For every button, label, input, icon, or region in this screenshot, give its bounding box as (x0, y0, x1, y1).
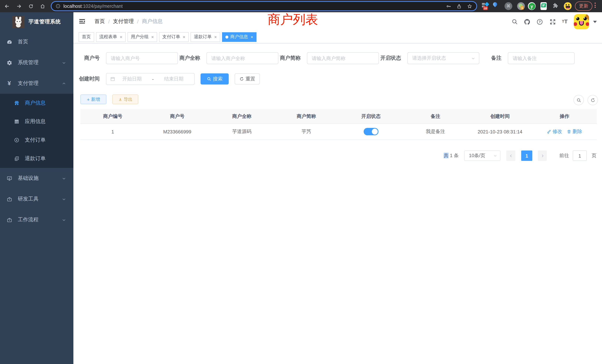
extension-tasks-icon[interactable]: 10 (482, 2, 490, 10)
browser-update-button[interactable]: 更新 (575, 1, 592, 11)
extension-command-icon[interactable]: ⌘ (505, 2, 512, 10)
user-avatar[interactable] (574, 14, 589, 29)
extension-proxy-icon[interactable]: 1 (517, 2, 525, 10)
chevron-down-icon (62, 176, 66, 180)
share-icon[interactable] (457, 3, 462, 9)
sidebar-item-refund-order[interactable]: 退款订单 (0, 149, 73, 168)
avatar-caret-icon[interactable] (593, 21, 597, 23)
sidebar-item-merchant-info[interactable]: 商户信息 (0, 94, 73, 112)
add-button[interactable]: + 新增 (80, 95, 106, 104)
tag-user-group[interactable]: 用户分组× (128, 32, 157, 42)
extension-emoji-avatar[interactable] (564, 2, 572, 10)
app-logo-row[interactable]: 芋道管理系统 (0, 12, 73, 32)
search-button[interactable]: 搜索 (201, 73, 229, 85)
site-info-icon[interactable] (56, 4, 60, 9)
status-select[interactable]: 请选择开启状态 (407, 52, 479, 64)
chevron-left-icon (509, 154, 513, 158)
remark-input[interactable] (508, 52, 575, 64)
password-key-icon[interactable] (446, 3, 451, 9)
edit-link[interactable]: 修改 (547, 128, 562, 135)
extensions-puzzle-icon[interactable] (552, 3, 560, 10)
payment-submenu: 商户信息 应用信息 ¥ 支付订单 退款订单 (0, 94, 73, 168)
tag-process-form[interactable]: 流程表单× (96, 32, 126, 42)
browser-menu-icon[interactable] (595, 3, 596, 8)
page-number-1[interactable]: 1 (521, 150, 532, 161)
tag-home[interactable]: 首页 (79, 32, 94, 42)
tag-merchant-info[interactable]: 商户信息× (222, 32, 257, 42)
chevron-down-icon (493, 154, 497, 158)
help-icon[interactable]: ? (536, 19, 543, 25)
breadcrumb-current: 商户信息 (142, 18, 163, 25)
sidebar-toggle-icon[interactable] (79, 18, 86, 25)
close-icon[interactable]: × (251, 34, 253, 40)
col-short-name: 商户简称 (274, 113, 339, 119)
address-bar[interactable]: localhost:1024/pay/merchant (51, 1, 477, 11)
svg-text:¥: ¥ (16, 139, 17, 142)
github-icon[interactable] (524, 19, 530, 25)
sidebar-item-home[interactable]: 首页 (0, 32, 73, 52)
breadcrumb-payment[interactable]: 支付管理 (113, 18, 134, 25)
bookmark-star-icon[interactable] (467, 3, 472, 9)
col-full-name: 商户全称 (210, 113, 274, 119)
refresh-icon (590, 98, 595, 103)
prev-page-button[interactable] (506, 150, 515, 161)
filter-status: 开启状态 请选择开启状态 (380, 52, 479, 64)
page-size-select[interactable]: 10条/页 (464, 150, 500, 161)
sidebar-item-payment[interactable]: ¥ 支付管理 (0, 73, 73, 94)
cell-create-time: 2021-10-23 08:31:14 (468, 129, 532, 134)
browser-toolbar: localhost:1024/pay/merchant 10 ⌘ (0, 0, 602, 12)
extension-y-icon[interactable]: y (528, 2, 536, 10)
col-merchant-id: 商户编号 (80, 113, 145, 119)
merchant-full-name-input[interactable] (206, 52, 278, 64)
close-icon[interactable]: × (214, 34, 217, 40)
cell-merchant-no: M233666999 (145, 129, 209, 134)
sidebar-item-infrastructure[interactable]: 基础设施 (0, 168, 73, 189)
cell-merchant-id: 1 (80, 129, 145, 134)
yen-circle-icon: ¥ (14, 138, 19, 143)
browser-back-button[interactable] (4, 3, 10, 9)
browser-forward-button[interactable] (16, 3, 22, 9)
extension-pin-icon[interactable] (493, 2, 497, 10)
delete-link[interactable]: 删除 (567, 128, 582, 135)
fullscreen-icon[interactable] (549, 19, 556, 25)
refresh-table-button[interactable] (588, 95, 598, 105)
status-toggle[interactable] (364, 128, 378, 135)
font-size-icon[interactable]: TT (562, 18, 568, 25)
sidebar-item-app-info[interactable]: 应用信息 (0, 112, 73, 131)
merchant-no-input[interactable] (106, 52, 178, 64)
cell-full-name: 芋道源码 (210, 128, 274, 135)
goto-label: 前往 (559, 150, 569, 161)
chevron-down-icon (62, 61, 66, 65)
sidebar-item-dev-tools[interactable]: 研发工具 (0, 189, 73, 209)
browser-reload-button[interactable] (29, 4, 33, 9)
date-range-input[interactable]: 开始日期 - 结束日期 (106, 73, 195, 85)
sidebar: 芋道管理系统 首页 系统管理 ¥ 支付管理 (0, 12, 73, 364)
shop-icon (14, 100, 19, 106)
search-icon[interactable] (512, 19, 518, 25)
sidebar-item-system[interactable]: 系统管理 (0, 52, 73, 73)
sidebar-item-workflow[interactable]: 工作流程 (0, 209, 73, 230)
merchant-short-name-input[interactable] (307, 52, 379, 64)
app-logo (12, 16, 24, 28)
tag-pay-order[interactable]: 支付订单× (159, 32, 189, 42)
document-icon (14, 156, 19, 161)
sidebar-item-pay-order[interactable]: ¥ 支付订单 (0, 131, 73, 149)
reset-button[interactable]: 重置 (235, 73, 260, 85)
cell-status (339, 128, 403, 135)
close-icon[interactable]: × (183, 34, 185, 40)
browser-home-button[interactable] (40, 3, 45, 9)
extension-notes-icon[interactable] (540, 2, 547, 10)
monitor-icon (6, 175, 12, 181)
download-icon (118, 97, 122, 101)
main-area: 首页 / 支付管理 / 商户信息 商户列表 ? TT (73, 12, 602, 364)
next-page-button[interactable] (538, 150, 547, 161)
tag-refund-order[interactable]: 退款订单× (191, 32, 220, 42)
close-icon[interactable]: × (120, 34, 122, 40)
close-icon[interactable]: × (151, 34, 154, 40)
filter-merchant-short-name: 商户简称 (280, 52, 379, 64)
search-icon (207, 77, 211, 81)
breadcrumb-home[interactable]: 首页 (95, 18, 105, 25)
export-button[interactable]: 导出 (112, 95, 138, 104)
show-search-button[interactable] (573, 95, 584, 105)
goto-page-input[interactable] (573, 150, 587, 161)
